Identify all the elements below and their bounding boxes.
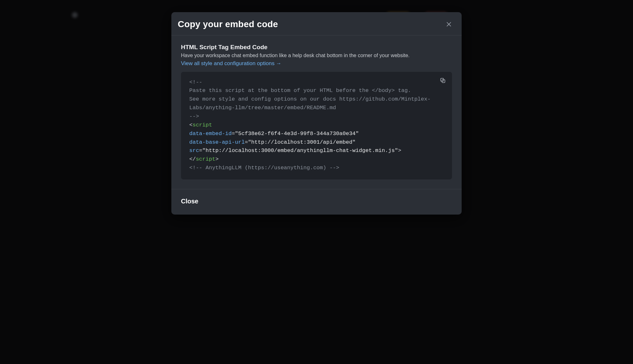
code-str: "http://localhost:3000/embed/anythingllm… — [202, 148, 398, 154]
close-button[interactable]: Close — [181, 198, 198, 205]
code-punct: = — [232, 131, 235, 137]
code-comment-close: --> — [189, 113, 199, 119]
modal-body: HTML Script Tag Embed Code Have your wor… — [171, 35, 462, 189]
code-attr: data-embed-id — [189, 131, 232, 137]
code-punct: = — [199, 148, 202, 154]
code-str: "5cf38e62-f6f4-4e3d-99f8-344a730a0e34" — [235, 131, 359, 137]
code-punct: < — [189, 122, 192, 128]
code-tag: script — [196, 156, 215, 162]
code-comment-line: Paste this script at the bottom of your … — [189, 87, 411, 94]
modal-overlay: Copy your embed code HTML Script Tag Emb… — [0, 0, 633, 364]
code-trailing-comment: <!-- AnythingLLM (https://useanything.co… — [189, 165, 339, 171]
close-icon[interactable] — [444, 20, 453, 29]
modal-footer: Close — [171, 189, 462, 215]
code-comment-open: <!-- — [189, 79, 202, 85]
code-content[interactable]: <!-- Paste this script at the bottom of … — [189, 78, 444, 172]
section-description: Have your workspace chat embed function … — [181, 52, 452, 59]
code-punct: </ — [189, 156, 196, 162]
modal-title: Copy your embed code — [178, 19, 278, 29]
code-attr: data-base-api-url — [189, 139, 245, 145]
code-punct: = — [245, 139, 248, 145]
code-block: <!-- Paste this script at the bottom of … — [181, 72, 452, 179]
code-punct: > — [215, 156, 219, 162]
embed-code-modal: Copy your embed code HTML Script Tag Emb… — [171, 12, 462, 215]
code-attr: src — [189, 148, 199, 154]
config-options-link-text: View all style and configuration options… — [181, 60, 281, 67]
section-title: HTML Script Tag Embed Code — [181, 44, 452, 51]
copy-icon[interactable] — [439, 76, 447, 85]
config-options-link[interactable]: View all style and configuration options… — [181, 60, 281, 67]
code-comment-line: See more style and config options on our… — [189, 96, 431, 111]
code-tag: script — [192, 122, 212, 128]
modal-header: Copy your embed code — [171, 12, 462, 35]
code-str: "http://localhost:3001/api/embed" — [248, 139, 356, 145]
code-punct: > — [398, 148, 401, 154]
